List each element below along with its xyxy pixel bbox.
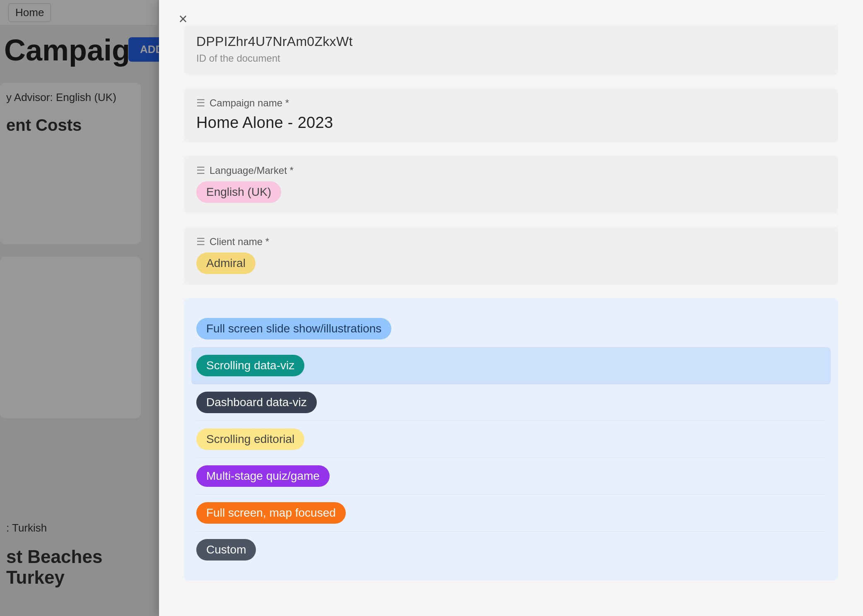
- client-name-chip[interactable]: Admiral: [196, 253, 256, 274]
- chip-dashboard-dataviz[interactable]: Dashboard data-viz: [196, 392, 317, 413]
- template-item-dashboard-dataviz[interactable]: Dashboard data-viz: [196, 384, 826, 421]
- campaign-name-label-row: ☰ Campaign name *: [196, 97, 826, 109]
- template-item-map-focused[interactable]: Full screen, map focused: [196, 495, 826, 532]
- language-label-row: ☰ Language/Market *: [196, 165, 826, 176]
- language-chip[interactable]: English (UK): [196, 181, 281, 203]
- client-name-label: Client name *: [210, 236, 269, 248]
- client-icon: ☰: [196, 236, 205, 248]
- close-icon: ×: [178, 10, 187, 28]
- chip-custom[interactable]: Custom: [196, 539, 256, 561]
- campaign-name-label: Campaign name *: [210, 97, 289, 109]
- chip-quiz-game[interactable]: Multi-stage quiz/game: [196, 465, 330, 487]
- client-name-field[interactable]: ☰ Client name * Admiral: [184, 227, 838, 285]
- template-item-fullscreen-slideshow[interactable]: Full screen slide show/illustrations: [196, 310, 826, 347]
- client-name-label-row: ☰ Client name *: [196, 236, 826, 248]
- doc-id-value: DPPIZhr4U7NrAm0ZkxWt: [196, 34, 826, 49]
- chip-scrolling-dataviz[interactable]: Scrolling data-viz: [196, 355, 304, 376]
- chip-scrolling-editorial[interactable]: Scrolling editorial: [196, 428, 304, 450]
- language-market-field[interactable]: ☰ Language/Market * English (UK): [184, 156, 838, 214]
- template-item-scrolling-dataviz[interactable]: Scrolling data-viz: [191, 347, 831, 384]
- template-item-scrolling-editorial[interactable]: Scrolling editorial: [196, 421, 826, 458]
- campaign-name-field[interactable]: ☰ Campaign name * Home Alone - 2023: [184, 88, 838, 142]
- modal-panel: × DPPIZhr4U7NrAm0ZkxWt ID of the documen…: [159, 0, 863, 616]
- language-icon: ☰: [196, 165, 205, 176]
- campaign-name-icon: ☰: [196, 97, 205, 109]
- campaign-name-value: Home Alone - 2023: [196, 114, 826, 132]
- chip-map-focused[interactable]: Full screen, map focused: [196, 502, 346, 524]
- doc-id-hint: ID of the document: [196, 53, 826, 64]
- template-item-quiz-game[interactable]: Multi-stage quiz/game: [196, 458, 826, 495]
- doc-id-field: DPPIZhr4U7NrAm0ZkxWt ID of the document: [184, 25, 838, 75]
- chip-fullscreen-slideshow[interactable]: Full screen slide show/illustrations: [196, 318, 391, 339]
- modal-close-button[interactable]: ×: [171, 7, 195, 31]
- modal-content: DPPIZhr4U7NrAm0ZkxWt ID of the document …: [159, 0, 863, 605]
- template-type-list: Full screen slide show/illustrations Scr…: [184, 298, 838, 580]
- language-label: Language/Market *: [210, 165, 294, 176]
- template-item-custom[interactable]: Custom: [196, 532, 826, 568]
